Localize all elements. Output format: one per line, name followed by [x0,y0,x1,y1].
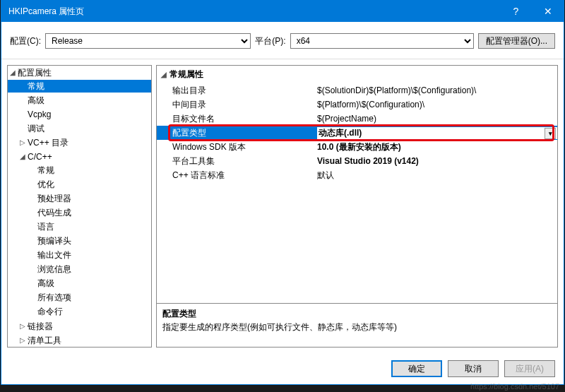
tree-item-vcdirs[interactable]: ▷VC++ 目录 [8,136,151,149]
prop-key: Windows SDK 版本 [172,141,317,153]
config-select[interactable]: Release [45,33,251,49]
tree-item-vcpkg[interactable]: Vcpkg [8,108,151,121]
tree-item-advanced[interactable]: 高级 [8,94,151,107]
prop-value[interactable]: 动态库(.dll)▾ [317,127,557,139]
prop-row[interactable]: 配置类型动态库(.dll)▾ [157,126,557,140]
platform-select[interactable]: x64 [290,33,474,49]
collapse-icon: ◢ [18,150,28,163]
prop-value[interactable]: 10.0 (最新安装的版本) [317,141,557,153]
right-pane: ◢ 常规属性 输出目录$(SolutionDir)$(Platform)\$(C… [156,65,558,348]
prop-key: 目标文件名 [172,113,317,125]
tree-root[interactable]: ◢ 配置属性 [8,66,151,79]
prop-value[interactable]: $(SolutionDir)$(Platform)\$(Configuratio… [317,85,557,95]
prop-row[interactable]: Windows SDK 版本10.0 (最新安装的版本) [157,140,557,154]
config-row: 配置(C): Release 平台(P): x64 配置管理器(O)... [1,22,564,59]
config-label: 配置(C): [10,35,41,47]
tree-cpp-pch[interactable]: 预编译头 [8,234,151,247]
tree-item-debug[interactable]: 调试 [8,122,151,135]
ok-button[interactable]: 确定 [391,360,442,377]
tree-item-cpp[interactable]: ◢C/C++ [8,150,151,163]
expand-icon: ▷ [18,136,28,149]
prop-value[interactable]: $(ProjectName) [317,114,557,124]
titlebar[interactable]: HKIPcamera 属性页 ? ✕ [1,1,564,22]
description-text: 指定要生成的程序类型(例如可执行文件、静态库，动态库等等) [162,321,552,333]
cancel-button[interactable]: 取消 [448,360,499,377]
config-manager-button[interactable]: 配置管理器(O)... [478,33,555,49]
expand-icon: ▷ [18,320,28,333]
config-tree[interactable]: ◢ 配置属性 常规 高级 Vcpkg 调试 ▷VC++ 目录 ◢C/C++ 常规 [7,65,152,348]
description-panel: 配置类型 指定要生成的程序类型(例如可执行文件、静态库，动态库等等) [156,304,558,348]
description-title: 配置类型 [162,308,552,320]
tree-cpp-optimize[interactable]: 优化 [8,178,151,191]
tree-item-manifest[interactable]: ▷清单工具 [8,334,151,347]
prop-row[interactable]: 中间目录$(Platform)\$(Configuration)\ [157,97,557,112]
tree-item-general[interactable]: 常规 [8,80,151,93]
expand-icon: ▷ [18,334,28,347]
window-title: HKIPcamera 属性页 [8,6,500,18]
property-page-dialog: HKIPcamera 属性页 ? ✕ 配置(C): Release 平台(P):… [1,0,564,385]
tree-cpp-output[interactable]: 输出文件 [8,249,151,261]
tree-cpp-all[interactable]: 所有选项 [8,291,151,304]
prop-row[interactable]: 目标文件名$(ProjectName) [157,112,557,126]
close-button[interactable]: ✕ [532,1,564,22]
platform-label: 平台(P): [255,35,285,47]
prop-row[interactable]: C++ 语言标准默认 [157,168,557,182]
prop-value[interactable]: 默认 [317,170,557,182]
tree-item-linker[interactable]: ▷链接器 [8,320,151,333]
tree-cpp-general[interactable]: 常规 [8,164,151,177]
chevron-down-icon[interactable]: ▾ [545,128,556,139]
prop-key: 输出目录 [172,85,317,97]
help-button[interactable]: ? [500,1,532,22]
tree-cpp-adv[interactable]: 高级 [8,277,151,290]
apply-button[interactable]: 应用(A) [504,360,555,377]
prop-row[interactable]: 输出目录$(SolutionDir)$(Platform)\$(Configur… [157,83,557,97]
collapse-icon: ◢ [8,66,18,79]
prop-value[interactable]: Visual Studio 2019 (v142) [317,156,557,166]
prop-row[interactable]: 平台工具集Visual Studio 2019 (v142) [157,154,557,168]
button-row: 确定 取消 应用(A) [1,353,564,384]
tree-cpp-cmdline[interactable]: 命令行 [8,305,151,318]
tree-cpp-codegen[interactable]: 代码生成 [8,206,151,219]
prop-key: 中间目录 [172,99,317,111]
tree-cpp-lang[interactable]: 语言 [8,220,151,233]
tree-cpp-preproc[interactable]: 预处理器 [8,192,151,205]
main-area: ◢ 配置属性 常规 高级 Vcpkg 调试 ▷VC++ 目录 ◢C/C++ 常规 [1,59,564,353]
group-header[interactable]: ◢ 常规属性 [157,66,557,83]
prop-value[interactable]: $(Platform)\$(Configuration)\ [317,100,557,109]
tree-cpp-browse[interactable]: 浏览信息 [8,263,151,275]
collapse-icon: ◢ [161,71,170,78]
prop-key: C++ 语言标准 [172,170,317,182]
prop-key: 平台工具集 [172,155,317,167]
prop-key: 配置类型 [172,127,317,139]
property-grid[interactable]: ◢ 常规属性 输出目录$(SolutionDir)$(Platform)\$(C… [156,65,558,304]
